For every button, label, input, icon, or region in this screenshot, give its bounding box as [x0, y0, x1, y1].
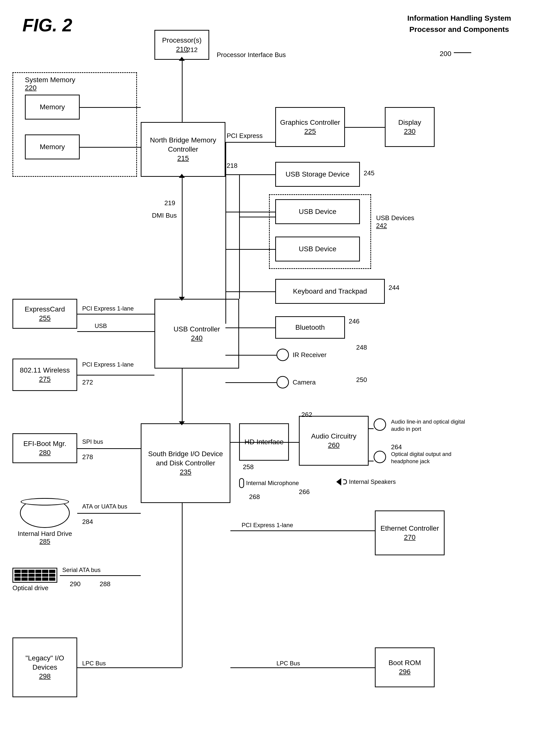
internal-speakers-area: Internal Speakers [336, 478, 396, 485]
ref-290: 290 [70, 580, 81, 588]
usb-devices-label: USB Devices 242 [376, 214, 414, 230]
keyboard-trackpad-box: Keyboard and Trackpad [275, 279, 385, 304]
ref-219: 219 [164, 199, 175, 207]
sb-to-eth-hline [230, 530, 375, 531]
sb-lpc-vline [182, 503, 183, 667]
dmi-bus-label: DMI Bus [152, 212, 177, 219]
sb-to-audio-hline [230, 442, 299, 443]
ref-264: 264 [391, 443, 402, 451]
ref-200-line [454, 52, 471, 53]
ir-receiver-circle [277, 348, 289, 361]
audio-to-linein-line [369, 428, 374, 429]
gfx-to-display-line [345, 127, 385, 128]
pci-1lane-1-label: PCI Express 1-lane [82, 305, 134, 312]
dmi-arrow-down [179, 297, 185, 301]
internal-mic-area: Internal Microphone [239, 478, 299, 488]
nb-to-usb-dev2-hline [225, 249, 275, 250]
usbc-to-usb-dev-line [239, 217, 275, 217]
ref-218: 218 [227, 162, 237, 170]
graphics-controller-box: Graphics Controller 225 [275, 107, 345, 147]
ref-244: 244 [388, 284, 399, 292]
usb-devices-dashed [269, 194, 371, 269]
ref-248: 248 [356, 344, 367, 351]
serial-ata-label: Serial ATA bus [62, 567, 101, 574]
lpc-bus-left-label: LPC Bus [82, 660, 106, 667]
ref-200: 200 [440, 50, 451, 58]
ata-uata-label: ATA or UATA bus [82, 503, 127, 510]
ref-250: 250 [356, 376, 367, 384]
nb-right-vline [225, 142, 226, 324]
boot-rom-box: Boot ROM 296 [375, 647, 435, 687]
ref-268: 268 [249, 493, 260, 501]
ref-266: 266 [299, 488, 310, 496]
legacy-io-box: "Legacy" I/O Devices 298 [13, 638, 77, 697]
ref-246: 246 [349, 317, 359, 325]
nb-to-usb-storage-hline [225, 174, 275, 175]
page-header: Information Handling System Processor an… [407, 13, 511, 35]
processor-interface-bus-label: Processor Interface Bus [217, 51, 286, 59]
ec-to-usbc-usb-hline [77, 331, 154, 332]
nb-to-bt-hline [225, 327, 275, 328]
audio-line-in-label: Audio line-in and optical digital audio … [391, 418, 466, 433]
wireless-box: 802.11 Wireless 275 [13, 359, 77, 391]
audio-line-in-circle [374, 418, 386, 431]
lpc-bus-right-label: LPC Bus [277, 660, 300, 667]
memory2-line [80, 147, 141, 148]
usb-controller-box: USB Controller 240 [154, 299, 239, 369]
nb-to-gfx-line [225, 142, 275, 143]
usb-storage-box: USB Storage Device [275, 162, 360, 187]
usbc-right-vline [239, 174, 240, 299]
sb-to-bootrom-hline [230, 667, 375, 668]
camera-circle [277, 376, 289, 388]
ref-272: 272 [82, 378, 93, 386]
nb-to-usb-dev1-hline [225, 212, 275, 213]
optical-to-sb-line [60, 575, 141, 576]
ref-258: 258 [243, 463, 253, 471]
ref-284: 284 [82, 518, 93, 526]
expresscard-box: ExpressCard 255 [13, 299, 77, 329]
memory1-line [80, 107, 141, 108]
optical-out-circle [374, 451, 386, 463]
north-bridge-box: North Bridge Memory Controller 215 [141, 122, 225, 177]
nb-to-kbd-hline [225, 291, 275, 292]
nb-to-cam-hline [225, 382, 277, 383]
ethernet-box: Ethernet Controller 270 [375, 510, 445, 555]
ref-212: 212 [187, 46, 197, 54]
ref-288: 288 [100, 580, 110, 588]
ref-278: 278 [82, 453, 93, 461]
bluetooth-box: Bluetooth [275, 316, 345, 339]
display-box: Display 230 [385, 107, 435, 147]
usb-label: USB [95, 322, 107, 329]
dmi-arrow-up [179, 174, 185, 178]
nb-to-ir-hline [225, 355, 277, 356]
processor-box: Processor(s) 210 [154, 30, 209, 60]
hdd-to-sb-line [77, 513, 141, 514]
memory1-box: Memory [25, 95, 80, 119]
pci-1lane-eth-label: PCI Express 1-lane [242, 522, 293, 529]
dmi-bus-vline [182, 177, 183, 299]
memory2-box: Memory [25, 134, 80, 159]
camera-label: Camera [293, 378, 316, 386]
usbc-to-sb-arrow [179, 421, 185, 425]
fig-title: FIG. 2 [22, 15, 72, 35]
internal-hard-drive: Internal Hard Drive 285 [13, 498, 77, 548]
ir-receiver-label: IR Receiver [293, 351, 326, 359]
ec-to-usbc-hline [77, 314, 154, 314]
audio-circuitry-box: Audio Circuitry 260 [299, 416, 369, 466]
pci-1lane-2-label: PCI Express 1-lane [82, 361, 134, 368]
ref-245: 245 [364, 169, 374, 177]
south-bridge-box: South Bridge I/O Device and Disk Control… [141, 423, 230, 503]
usbc-to-sb-vline [182, 369, 183, 423]
ref-262: 262 [301, 411, 312, 419]
arrow-up-proc [179, 57, 185, 61]
optical-out-label: Optical digital output and headphone jac… [391, 451, 466, 465]
system-memory-label: System Memory 220 [25, 76, 75, 92]
efi-boot-box: EFI-Boot Mgr. 280 [13, 433, 77, 463]
proc-to-nb-line [182, 60, 183, 124]
wireless-to-usbc-line [77, 375, 154, 376]
pci-express-label: PCI Express [227, 132, 263, 140]
sb-legacy-hline [77, 667, 182, 668]
spi-bus-label: SPI bus [82, 438, 103, 445]
efi-to-sb-line [77, 448, 141, 449]
optical-drive-area: Optical drive [13, 568, 57, 592]
